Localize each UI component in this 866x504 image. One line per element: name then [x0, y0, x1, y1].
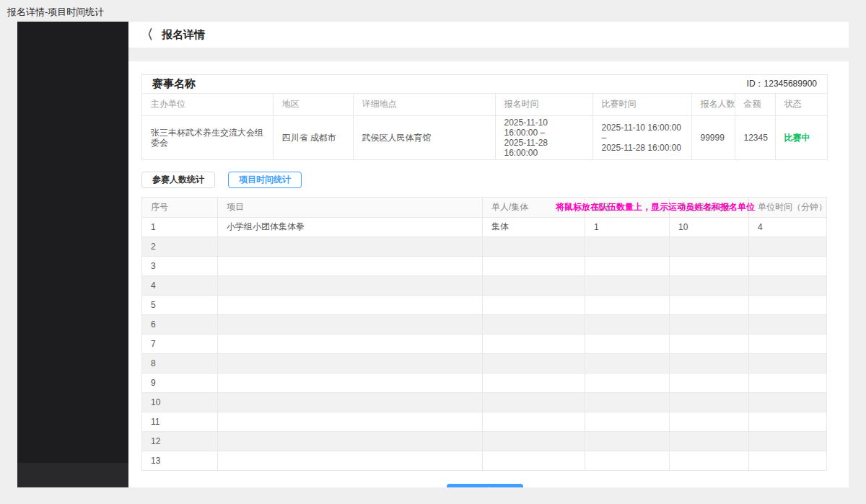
project-cell	[749, 256, 827, 275]
event-column-header: 地区	[273, 94, 353, 115]
project-cell: 10	[670, 217, 749, 236]
project-cell: 8	[142, 353, 218, 373]
project-cell	[585, 256, 670, 275]
event-info-table: 主办单位地区详细地点报名时间比赛时间报名人数金额状态 张三丰杯武术养生交流大会组…	[142, 94, 827, 159]
project-table-row: 2	[142, 236, 827, 256]
project-cell	[749, 334, 827, 353]
project-table-row: 1小学组小团体集体拳集体1104	[142, 217, 827, 236]
project-cell	[585, 295, 670, 314]
page-title: 报名详情-项目时间统计	[7, 6, 104, 19]
project-cell	[585, 431, 670, 451]
project-cell	[483, 431, 585, 451]
event-info-cell: 12345	[735, 115, 775, 159]
project-cell	[670, 314, 749, 334]
project-table-row: 6	[142, 314, 827, 334]
project-column-header: 序号	[142, 197, 218, 217]
project-cell	[670, 334, 749, 353]
project-cell	[585, 353, 670, 373]
project-table-row: 4	[142, 275, 827, 295]
project-cell: 9	[142, 373, 218, 392]
project-cell	[218, 236, 483, 256]
project-table-row: 11	[142, 412, 827, 431]
project-cell	[218, 275, 483, 295]
project-cell	[483, 373, 585, 392]
project-cell	[218, 392, 483, 412]
project-table-row: 8	[142, 353, 827, 373]
project-table-row: 10	[142, 392, 827, 412]
project-cell	[218, 431, 483, 451]
project-cell	[218, 373, 483, 392]
event-column-header: 报名时间	[495, 94, 592, 115]
tab-button[interactable]: 参赛人数统计	[141, 172, 215, 188]
project-table-row: 3	[142, 256, 827, 275]
project-cell	[218, 256, 483, 275]
project-cell	[670, 353, 749, 373]
project-cell	[749, 431, 827, 451]
export-row: 导出	[141, 484, 828, 488]
project-cell	[483, 275, 585, 295]
event-column-header: 比赛时间	[592, 94, 691, 115]
project-cell: 5	[142, 295, 218, 314]
event-column-header: 详细地点	[353, 94, 495, 115]
event-table-body: 张三丰杯武术养生交流大会组委会四川省 成都市武侯区人民体育馆2025-11-10…	[142, 115, 827, 159]
project-cell	[483, 314, 585, 334]
main-area: 〈 报名详情 赛事名称 ID：12345689900 主办单位地区详细地点报名时…	[128, 22, 849, 487]
project-cell: 1	[142, 217, 218, 236]
project-cell	[218, 334, 483, 353]
event-info-cell: 99999	[691, 115, 735, 159]
tab-button[interactable]: 项目时间统计	[228, 172, 302, 188]
project-cell: 2	[142, 236, 218, 256]
project-cell	[483, 256, 585, 275]
project-cell	[670, 236, 749, 256]
event-name-title: 赛事名称	[152, 77, 196, 91]
project-cell	[585, 275, 670, 295]
event-column-header: 主办单位	[142, 94, 273, 115]
event-card: 赛事名称 ID：12345689900 主办单位地区详细地点报名时间比赛时间报名…	[141, 74, 828, 160]
project-cell	[749, 236, 827, 256]
project-cell	[483, 451, 585, 470]
project-cell	[585, 314, 670, 334]
project-cell: 6	[142, 314, 218, 334]
project-cell	[670, 275, 749, 295]
project-cell: 4	[749, 217, 827, 236]
sidebar	[17, 22, 128, 487]
project-cell	[218, 412, 483, 431]
project-cell: 12	[142, 431, 218, 451]
project-cell	[483, 412, 585, 431]
event-info-cell: 武侯区人民体育馆	[353, 115, 495, 159]
project-table-row: 5	[142, 295, 827, 314]
project-cell	[585, 412, 670, 431]
project-cell	[670, 256, 749, 275]
project-cell	[218, 353, 483, 373]
project-cell	[749, 373, 827, 392]
event-table-head: 主办单位地区详细地点报名时间比赛时间报名人数金额状态	[142, 94, 827, 115]
project-cell	[483, 392, 585, 412]
project-cell: 集体	[483, 217, 585, 236]
team-count-cell[interactable]: 1	[585, 217, 670, 236]
project-cell	[749, 412, 827, 431]
topbar: 〈 报名详情	[128, 22, 849, 48]
event-info-cell: 四川省 成都市	[273, 115, 353, 159]
sidebar-footer	[17, 463, 128, 487]
project-cell: 13	[142, 451, 218, 470]
project-table-body: 1小学组小团体集体拳集体11042345678910111213	[142, 217, 827, 470]
project-cell	[670, 451, 749, 470]
project-cell	[670, 295, 749, 314]
project-cell	[585, 373, 670, 392]
project-cell: 小学组小团体集体拳	[218, 217, 483, 236]
project-cell	[670, 431, 749, 451]
event-info-cell: 2025-11-10 16:00:00 –2025-11-28 16:00:00	[495, 115, 592, 159]
export-button[interactable]: 导出	[447, 484, 523, 488]
back-icon[interactable]: 〈	[141, 28, 153, 41]
project-table-row: 7	[142, 334, 827, 353]
project-table-row: 9	[142, 373, 827, 392]
event-info-cell: 张三丰杯武术养生交流大会组委会	[142, 115, 273, 159]
content-panel: 赛事名称 ID：12345689900 主办单位地区详细地点报名时间比赛时间报名…	[128, 61, 849, 487]
project-cell	[585, 236, 670, 256]
project-cell	[670, 373, 749, 392]
project-cell	[218, 295, 483, 314]
project-column-header: 项目	[218, 197, 483, 217]
project-cell: 3	[142, 256, 218, 275]
project-cell: 10	[142, 392, 218, 412]
event-column-header: 状态	[775, 94, 827, 115]
